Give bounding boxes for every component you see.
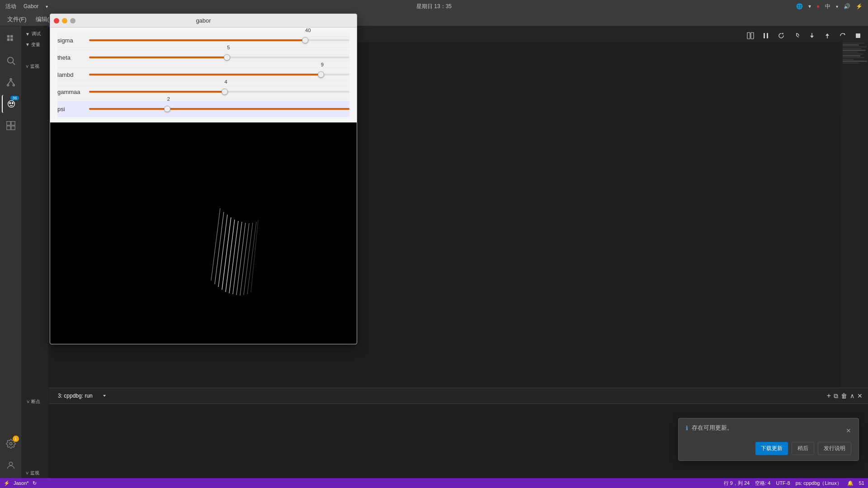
svg-line-33 [218, 215, 227, 287]
svg-rect-17 [751, 33, 754, 39]
gammaa-track-container: 4 [89, 86, 349, 97]
window-minimize-btn[interactable] [62, 18, 67, 23]
gammaa-track [89, 91, 349, 93]
svg-line-28 [236, 223, 245, 295]
svg-point-8 [9, 103, 10, 104]
volume-icon: 🔊 [844, 3, 850, 9]
debug-badge: 36 [10, 96, 19, 100]
window-close-btn[interactable] [54, 18, 59, 23]
window-maximize-btn[interactable] [70, 18, 75, 23]
theta-thumb[interactable] [224, 54, 230, 61]
activity-icon-debug[interactable]: 36 [2, 95, 20, 113]
activity-bar: 36 1 [0, 26, 22, 478]
battery-icon: ⚡ [856, 3, 863, 9]
update-notification-header: ℹ 存在可用更新。 ✕ [686, 424, 851, 437]
activity-icon-scm[interactable] [2, 73, 20, 91]
split-editor-btn[interactable] [744, 29, 757, 42]
gabor-filter-visualization [208, 208, 263, 299]
update-message: ℹ 存在可用更新。 [686, 424, 733, 432]
variables-section[interactable]: ▼ 变量 [22, 40, 48, 50]
svg-point-14 [9, 442, 12, 445]
settings-badge: 1 [13, 436, 19, 442]
psi-fill [89, 108, 349, 110]
psi-value: 2 [167, 96, 170, 102]
activity-icon-settings[interactable]: 1 [2, 435, 20, 453]
theta-slider-row: theta 5 [57, 49, 349, 66]
terminal-header-right: + ⧉ 🗑 ∧ ✕ [827, 392, 863, 400]
gammaa-thumb[interactable] [222, 89, 228, 95]
status-row-col[interactable]: 行 9，列 24 [724, 480, 750, 487]
download-update-btn[interactable]: 下载更新 [755, 442, 788, 455]
activity-icon-explorer[interactable] [2, 30, 20, 48]
svg-line-24 [222, 217, 231, 290]
svg-rect-16 [747, 33, 750, 39]
status-user[interactable]: Jason* [14, 480, 29, 486]
svg-point-9 [12, 103, 13, 104]
lambd-fill [89, 74, 321, 75]
terminal-add-btn[interactable]: + [827, 392, 831, 400]
svg-rect-19 [767, 33, 768, 38]
svg-rect-10 [6, 122, 10, 125]
terminal-split-btn[interactable]: ⧉ [834, 392, 838, 400]
theta-track-container: 5 [89, 52, 349, 63]
monitor-section[interactable]: ∨ 监视 [22, 468, 48, 478]
refresh-btn[interactable] [836, 29, 849, 42]
svg-rect-22 [856, 33, 860, 38]
lambd-thumb[interactable] [318, 71, 324, 78]
system-datetime: 星期日 13：35 [416, 3, 452, 10]
theta-track [89, 56, 349, 58]
svg-point-2 [10, 79, 12, 80]
lang-label: 中 [825, 3, 830, 10]
activity-icon-search[interactable] [2, 52, 20, 70]
svg-point-0 [7, 57, 13, 63]
terminal-close-btn[interactable]: ✕ [857, 392, 863, 399]
app-name-chevron: ▾ [46, 4, 48, 9]
status-encoding[interactable]: UTF-8 [776, 480, 790, 486]
svg-rect-13 [11, 126, 14, 130]
gabor-window: gabor sigma 40 theta 5 [50, 14, 357, 344]
breakpoints-section[interactable]: ∨ 断点 [23, 397, 44, 407]
minimap [841, 42, 868, 388]
chevron-down-icon: ▾ [808, 3, 811, 9]
status-sync-icon[interactable]: ↻ [33, 480, 37, 486]
terminal-dropdown-icon [102, 393, 107, 399]
debug-section-header[interactable]: ▼ 调试 [22, 28, 48, 40]
restart-btn[interactable] [775, 29, 788, 42]
step-over-btn[interactable] [790, 29, 803, 42]
sigma-thumb[interactable] [302, 37, 308, 43]
sigma-track-container: 40 [89, 35, 349, 46]
svg-point-7 [8, 101, 14, 108]
watch-section[interactable]: ∨ 监视 [22, 50, 48, 71]
terminal-up-btn[interactable]: ∧ [850, 392, 854, 399]
status-spaces[interactable]: 空格: 4 [755, 480, 770, 487]
menu-file[interactable]: 文件(F) [4, 14, 30, 25]
terminal-trash-btn[interactable]: 🗑 [841, 392, 847, 399]
collapse-monitor-icon: ∨ [25, 470, 29, 475]
release-notes-btn[interactable]: 发行说明 [818, 442, 851, 455]
later-btn[interactable]: 稍后 [792, 442, 814, 455]
svg-rect-11 [11, 122, 14, 125]
activity-icon-user[interactable] [2, 456, 20, 474]
stop-btn[interactable] [852, 29, 864, 42]
app-name-label[interactable]: Gabor [24, 3, 38, 9]
activity-icon-extensions[interactable] [2, 117, 20, 135]
update-buttons: 下载更新 稍后 发行说明 [686, 442, 851, 455]
update-close-btn[interactable]: ✕ [846, 427, 851, 434]
activity-label: 活动 [5, 3, 16, 10]
pause-btn[interactable] [760, 29, 772, 42]
top-bar-right: 🌐 ▾ ● 中 ▾ 🔊 ⚡ [796, 3, 863, 10]
gammaa-label: gammaa [57, 89, 89, 95]
step-out-btn[interactable] [821, 29, 834, 42]
svg-line-34 [215, 212, 224, 284]
terminal-header: 3: cppdbg: run + ⧉ 🗑 ∧ ✕ [49, 388, 868, 404]
debug-label: 调试 [32, 31, 41, 37]
gammaa-value: 4 [225, 79, 227, 84]
step-into-btn[interactable] [806, 29, 818, 42]
status-notification-count[interactable]: 51 [859, 480, 864, 486]
terminal-tab[interactable]: 3: cppdbg: run [54, 391, 96, 401]
psi-thumb[interactable] [164, 106, 170, 112]
gammaa-slider-row: gammaa 4 [57, 84, 349, 100]
debug-sidebar: ▼ 调试 ▼ 变量 ∨ 监视 ∨ 监视 ∨ 断点 [22, 26, 49, 478]
svg-line-1 [13, 62, 15, 65]
status-platform[interactable]: ps: cppdbg（Linux） [796, 480, 842, 487]
